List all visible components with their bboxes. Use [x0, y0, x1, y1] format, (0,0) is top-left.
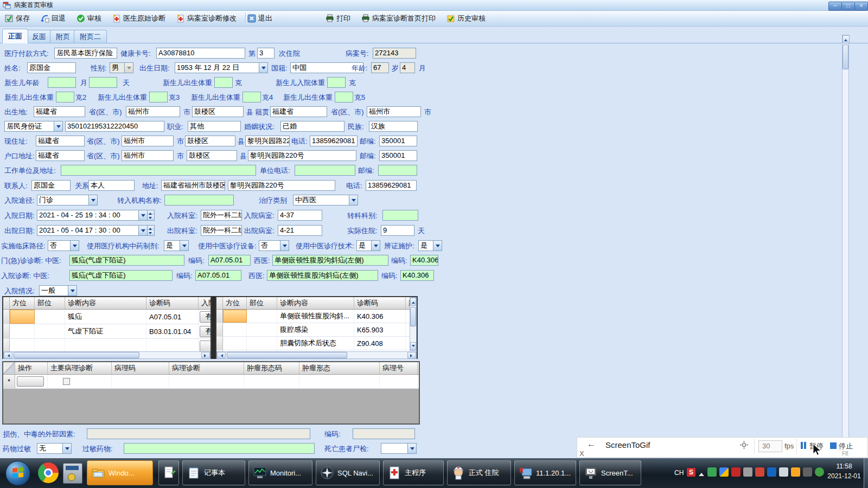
treat-type-select[interactable]: 中西医 — [293, 195, 358, 206]
herbal-select[interactable]: 是 — [164, 240, 189, 251]
tab-appendix[interactable]: 附页 — [50, 30, 76, 43]
admit-date-picker[interactable]: 2021 - 04 - 25 19 : 34 : 00 — [37, 210, 155, 221]
save-button[interactable]: 保存 — [3, 12, 31, 25]
birthdate-select[interactable]: 1953 年 12 月 22 日 — [175, 62, 268, 73]
history-audit-button[interactable]: 历史审核 — [445, 12, 487, 25]
admit-tcm-code-input[interactable]: A07.05.01 — [195, 270, 241, 281]
scroll-right-icon[interactable] — [407, 352, 416, 358]
spin-up-icon[interactable] — [148, 210, 154, 215]
language-indicator[interactable]: CH — [674, 469, 684, 477]
app-launcher-icon[interactable] — [63, 463, 82, 484]
tray-icon-usb-eject[interactable] — [803, 467, 812, 477]
occupation-input[interactable]: 其他 — [188, 121, 241, 132]
tcm-device-select[interactable]: 否 — [259, 240, 289, 251]
tray-icon-usb-green[interactable] — [707, 467, 717, 477]
newborn-extra-input-4[interactable] — [242, 92, 261, 102]
col-header[interactable]: 肿瘤形态码 — [244, 362, 299, 374]
discharge-dept-input[interactable]: 院外一科二组 — [201, 225, 242, 236]
col-header[interactable]: 诊断内容 — [65, 297, 146, 309]
tray-icon-printer[interactable] — [743, 467, 752, 477]
current-street-input[interactable]: 黎明兴园路220 — [245, 136, 290, 146]
maximize-button[interactable]: □ — [841, 2, 855, 11]
household-street-input[interactable]: 黎明兴园路220号 — [248, 150, 356, 161]
admit-tcm-input[interactable]: 狐疝(气虚下陷证) — [69, 270, 173, 281]
spin-down-icon[interactable] — [148, 230, 154, 235]
birthplace-city-input[interactable]: 福州市 — [126, 106, 180, 117]
newborn-birth-weight-input[interactable] — [214, 77, 233, 88]
syndrome-care-select[interactable]: 是 — [418, 240, 442, 251]
western-grid-hscrollbar[interactable] — [216, 351, 417, 359]
native-city-input[interactable]: 福州市 — [367, 106, 421, 117]
outpatient-tcm-code-input[interactable]: A07.05.01 — [208, 255, 251, 266]
gear-icon[interactable] — [740, 441, 748, 451]
name-input[interactable]: 原国金 — [27, 62, 76, 73]
status-button[interactable] — [200, 341, 212, 352]
household-province-input[interactable]: 福建省 — [36, 150, 85, 161]
col-header[interactable]: 操作 — [15, 362, 48, 374]
id-number-input[interactable]: 350102195312220450 — [65, 121, 164, 132]
outpatient-wm-input[interactable]: 单侧嵌顿性腹股沟斜疝(左侧) — [272, 255, 388, 266]
table-row[interactable]: * — [3, 375, 419, 389]
taskbar-item-main-program[interactable]: 主程序 — [383, 460, 444, 485]
newborn-age-months-input[interactable] — [48, 77, 76, 88]
transfer-org-input[interactable] — [164, 195, 234, 206]
taskbar-item-monitoring[interactable]: Monitori... — [248, 460, 312, 485]
recorder-close-icon[interactable]: X — [579, 450, 584, 458]
payment-input[interactable]: 居民基本医疗保险 — [54, 48, 117, 59]
table-row[interactable]: 气虚下陷证 B03.01.01.04 有 — [3, 324, 210, 339]
current-province-input[interactable]: 福建省 — [36, 136, 85, 146]
scroll-thumb[interactable] — [843, 44, 848, 69]
ethnicity-input[interactable]: 汉族 — [369, 121, 418, 132]
newborn-extra-input-5[interactable] — [335, 92, 353, 102]
tray-icon-red-e[interactable] — [731, 467, 741, 477]
col-header[interactable]: 方位 — [223, 297, 247, 309]
chrome-icon[interactable] — [38, 463, 59, 483]
spin-up-icon[interactable] — [148, 226, 154, 230]
record-room-modify-button[interactable]: 病案室诊断修改 — [175, 12, 238, 25]
work-zip-input[interactable] — [378, 165, 417, 176]
admit-wm-input[interactable]: 单侧嵌顿性腹股沟斜疝(左侧) — [267, 270, 378, 281]
current-county-input[interactable]: 鼓楼区 — [185, 136, 235, 146]
record-room-front-print-button[interactable]: 病案室诊断首页打印 — [360, 12, 437, 25]
status-button[interactable]: 有 — [200, 311, 212, 323]
tab-appendix2[interactable]: 附页二 — [74, 30, 107, 43]
col-header[interactable]: 入院病情 — [199, 297, 212, 309]
col-header[interactable]: 方位 — [10, 297, 35, 309]
scroll-up-icon[interactable] — [410, 298, 416, 306]
contact-relation-input[interactable]: 本人 — [88, 180, 135, 191]
tab-back[interactable]: 反面 — [26, 30, 52, 43]
outpatient-tcm-input[interactable]: 狐疝(气虚下陷证) — [69, 255, 184, 266]
col-header[interactable]: 病理诊断 — [169, 362, 244, 374]
col-header[interactable]: 肿瘤形态 — [299, 362, 380, 374]
discharge-date-picker[interactable]: 2021 - 05 - 04 17 : 30 : 00 — [37, 225, 155, 236]
col-header[interactable]: 病理码 — [112, 362, 169, 374]
operation-button[interactable] — [17, 376, 44, 387]
col-header[interactable]: 部位 — [35, 297, 65, 309]
scroll-down-icon[interactable] — [410, 342, 416, 350]
minimize-button[interactable]: ─ — [828, 2, 842, 11]
taskbar-item-notepad[interactable]: 记事本 — [182, 460, 245, 485]
table-row[interactable]: 狐疝 A07.05.01 有 — [3, 310, 210, 324]
admit-path-select[interactable]: 门诊 — [37, 195, 98, 206]
taskbar-item-tool[interactable] — [158, 460, 179, 485]
admit-ward-input[interactable]: 4-37 — [278, 210, 322, 221]
native-province-input[interactable]: 福建省 — [270, 106, 327, 117]
taskbar-item-inpatient[interactable]: 正式 住院 — [447, 460, 511, 485]
transfer-dept-input[interactable] — [382, 210, 418, 221]
newborn-admit-weight-input[interactable] — [327, 77, 346, 88]
stop-icon[interactable] — [830, 442, 837, 449]
scroll-right-icon[interactable] — [201, 352, 210, 358]
table-row[interactable]: 胆囊切除术后状态 Z90.408 — [216, 337, 417, 350]
birthplace-province-input[interactable]: 福建省 — [34, 106, 85, 117]
visit-count-input[interactable]: 3 — [257, 48, 275, 59]
newborn-age-days-input[interactable] — [89, 77, 117, 88]
main-pathology-checkbox[interactable] — [63, 378, 70, 385]
col-header[interactable]: 病理号 — [380, 362, 418, 374]
health-card-input[interactable]: A30878810 — [156, 48, 245, 59]
admit-condition-select[interactable]: 一般 — [39, 285, 77, 296]
col-header[interactable]: 诊断码 — [146, 297, 199, 309]
col-header[interactable]: 主要病理诊断 — [48, 362, 112, 374]
tray-icon-pin[interactable] — [719, 467, 729, 477]
pause-icon[interactable] — [801, 442, 806, 449]
scroll-up-icon[interactable] — [843, 35, 850, 43]
